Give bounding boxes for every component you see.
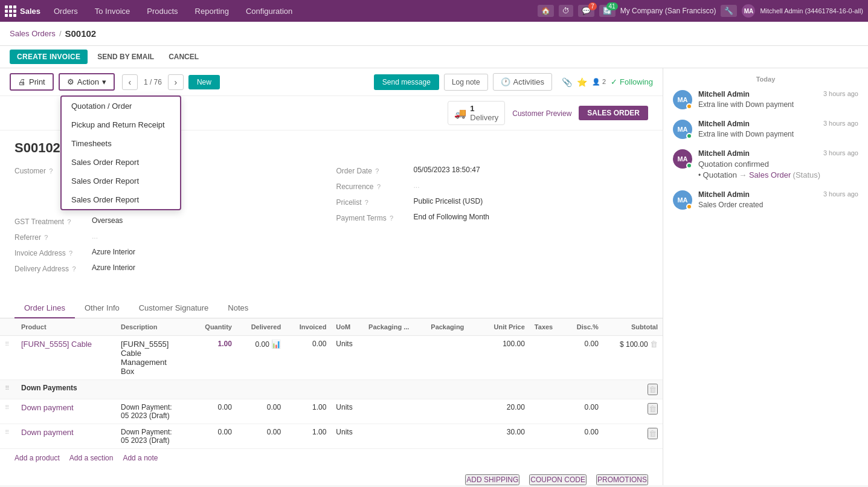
secondary-nav: Sales Orders / S00102 [0,22,868,46]
gst-value: Overseas [92,216,123,225]
delivery-badge[interactable]: 🚚 1 Delivery [448,101,505,125]
dropdown-sales-report-3[interactable]: Sales Order Report [62,190,180,209]
main-layout: 🖨 Print ⚙ Action ▾ Quotation / Order Pic… [0,68,868,485]
chat-text-2: Extra line with Down payment [698,129,858,140]
promotions-button[interactable]: PROMOTIONS [596,474,648,485]
col-uom: UoM [331,318,364,336]
gst-treatment-field: GST Treatment ? Overseas [14,216,327,226]
delete-section-button[interactable]: 🗑 [648,384,658,395]
chat-time-2: 3 hours ago [823,120,858,128]
action-button[interactable]: ⚙ Action ▾ [59,73,115,91]
add-section-button[interactable]: Add a section [69,454,114,462]
col-packaging2: Packaging [426,318,479,336]
taxes-cell [530,335,564,379]
qty-cell[interactable]: 1.00 [191,335,237,379]
tab-order-lines[interactable]: Order Lines [14,298,75,318]
new-record-button[interactable]: New [188,75,220,89]
dp2-link[interactable]: Down payment [16,424,116,448]
dropdown-sales-report-1[interactable]: Sales Order Report [62,153,180,172]
app-logo[interactable]: Sales [5,5,40,17]
bullet: • [698,171,703,179]
messages-btn[interactable]: 💬7 [578,5,594,17]
section-title: Down Payments [16,379,603,399]
prev-page-button[interactable]: ‹ [122,74,138,90]
add-product-button[interactable]: Add a product [14,454,60,462]
row-handle: ⠿ [0,335,16,379]
activities-btn[interactable]: 🔄41 [599,5,616,17]
add-row-buttons: Add a product Add a section Add a note [0,449,663,467]
referrer-value[interactable]: ... [92,232,98,240]
nav-configuration[interactable]: Configuration [242,4,296,18]
form-footer: ADD SHIPPING COUPON CODE PROMOTIONS Tota… [0,467,663,486]
checkmark-icon: ✓ [611,77,617,86]
col-unit-price: Unit Price [479,318,530,336]
col-quantity: Quantity [191,318,237,336]
delivery-address-label: Delivery Address ? [14,263,87,273]
star-button[interactable]: ⭐ [577,77,587,87]
breadcrumb-parent[interactable]: Sales Orders [10,29,56,38]
dropdown-quotation-order[interactable]: Quotation / Order [62,97,180,115]
cancel-button[interactable]: CANCEL [164,50,204,64]
attachment-button[interactable]: 📎 [562,77,572,87]
col-product: Product [16,318,116,336]
unit-price-cell[interactable]: 100.00 [479,335,530,379]
add-shipping-button[interactable]: ADD SHIPPING [465,474,519,485]
dp1-link[interactable]: Down payment [16,399,116,424]
order-date-label: Order Date ? [336,166,409,175]
dp2-qty[interactable]: 0.00 [191,424,237,448]
dp1-del: 0.00 [237,399,286,424]
nav-products[interactable]: Products [143,4,181,18]
order-date-value: 05/05/2023 18:50:47 [414,166,480,174]
user-avatar[interactable]: MA [742,4,755,18]
col-invoiced: Invoiced [286,318,331,336]
following-button[interactable]: ✓ Following [611,77,653,86]
nav-reporting[interactable]: Reporting [191,4,233,18]
disc-cell[interactable]: 0.00 [564,335,603,379]
dropdown-pickup-return[interactable]: Pickup and Return Receipt [62,115,180,134]
tab-customer-signature[interactable]: Customer Signature [129,298,219,318]
dp1-disc[interactable]: 0.00 [564,399,603,424]
dp2-price[interactable]: 30.00 [479,424,530,448]
delete-dp1-button[interactable]: 🗑 [648,403,658,414]
print-button[interactable]: 🖨 Print [10,73,54,91]
dp1-desc: Down Payment:05 2023 (Draft) [116,399,191,424]
dropdown-timesheets[interactable]: Timesheets [62,134,180,153]
home-btn[interactable]: 🏠 [538,5,554,17]
tab-notes[interactable]: Notes [218,298,258,318]
product-cell[interactable]: [FURN_5555] Cable [16,335,116,379]
add-note-button[interactable]: Add a note [123,454,158,462]
dp1-price[interactable]: 20.00 [479,399,530,424]
log-note-button[interactable]: Log note [444,74,488,91]
dp1-inv: 1.00 [286,399,331,424]
col-subtotal: Subtotal [603,318,663,336]
table-row: ⠿ [FURN_5555] Cable [FURN_5555]CableMana… [0,335,663,379]
recurrence-value[interactable]: ... [414,181,420,190]
subscriber-count[interactable]: 👤 2 [592,78,606,86]
app-name: Sales [20,7,40,16]
following-label: Following [620,77,653,86]
history-btn[interactable]: ⏱ [559,5,573,17]
user-name: Mitchell Admin (34461784-16-0-all) [760,7,863,15]
tab-other-info[interactable]: Other Info [75,298,129,318]
product-link[interactable]: [FURN_5555] Cable [21,340,92,349]
chat-body-4: Mitchell Admin 3 hours ago Sales Order c… [698,190,858,210]
next-page-button[interactable]: › [168,74,184,90]
status-link[interactable]: Sales Order [749,170,791,179]
dp1-qty[interactable]: 0.00 [191,399,237,424]
tools-btn[interactable]: 🔧 [721,5,737,17]
customer-preview-link[interactable]: Customer Preview [512,109,571,118]
chat-name-2: Mitchell Admin [698,120,750,128]
send-message-button[interactable]: Send message [374,74,439,90]
coupon-code-button[interactable]: COUPON CODE [529,474,587,485]
dropdown-sales-report-2[interactable]: Sales Order Report [62,172,180,190]
nav-to-invoice[interactable]: To Invoice [91,4,134,18]
dp2-disc[interactable]: 0.00 [564,424,603,448]
nav-orders[interactable]: Orders [50,4,82,18]
create-invoice-button[interactable]: CREATE INVOICE [10,50,88,64]
pricelist-label: Pricelist ? [336,197,409,207]
delete-row-icon[interactable]: 🗑 [650,340,658,349]
activities-button[interactable]: 🕐 Activities [493,73,552,91]
delete-dp2-button[interactable]: 🗑 [648,428,658,439]
print-label: Print [29,77,45,86]
send-by-email-button[interactable]: SEND BY EMAIL [92,50,159,64]
